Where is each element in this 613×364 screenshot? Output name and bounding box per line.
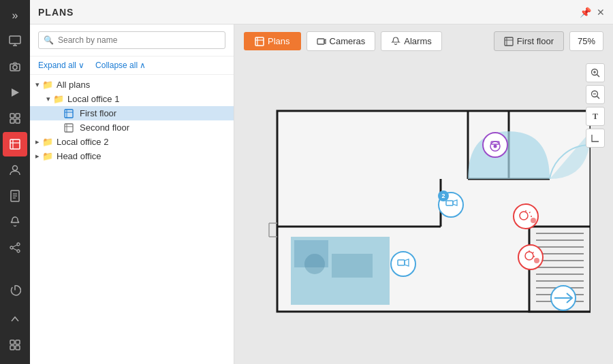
svg-rect-38: [505, 37, 513, 46]
folder-local-office-1-icon: 📁: [53, 94, 64, 104]
sidebar-item-connections[interactable]: [3, 235, 27, 260]
svg-line-42: [597, 75, 600, 78]
svg-point-19: [17, 243, 20, 246]
tree-item-local-office-1[interactable]: ▾ 📁 Local office 1: [30, 92, 234, 106]
svg-point-20: [17, 250, 20, 252]
svg-point-92: [518, 245, 543, 269]
folder-all-plans-icon: 📁: [42, 80, 53, 90]
alarms-btn-icon: [391, 37, 400, 46]
collapse-all-link[interactable]: Collapse all ∧: [95, 61, 146, 70]
search-wrapper: 🔍: [38, 31, 225, 49]
svg-marker-37: [324, 39, 326, 44]
expand-sidebar-icon[interactable]: »: [12, 10, 18, 22]
floor-selector[interactable]: First floor: [494, 31, 564, 51]
connections-icon: [9, 242, 21, 254]
playback-icon: [9, 86, 21, 99]
svg-rect-9: [16, 119, 20, 123]
fit-button[interactable]: T: [586, 107, 605, 126]
svg-rect-23: [10, 340, 14, 344]
svg-point-13: [13, 166, 18, 171]
svg-rect-6: [10, 114, 14, 118]
svg-point-83: [391, 252, 415, 276]
close-icon[interactable]: ✕: [597, 7, 605, 18]
svg-rect-27: [65, 110, 73, 118]
folder-head-office-icon: 📁: [42, 151, 53, 161]
sidebar-item-apps[interactable]: [3, 106, 27, 131]
sidebar-item-plans[interactable]: [3, 132, 27, 156]
users-icon: [9, 164, 21, 176]
power-icon: [9, 284, 21, 297]
svg-rect-33: [255, 37, 264, 46]
sidebar-item-monitor[interactable]: [3, 29, 27, 53]
panel-container: 🔍 Expand all ∨ Collapse all ∧ ▾: [30, 24, 613, 364]
sidebar-nav: »: [0, 0, 30, 364]
cameras-button[interactable]: Cameras: [306, 31, 376, 51]
svg-marker-5: [12, 88, 19, 97]
sidebar-item-users[interactable]: [3, 158, 27, 182]
sidebar-item-alerts[interactable]: [3, 210, 27, 234]
zoom-in-button[interactable]: [586, 63, 605, 82]
svg-rect-7: [16, 114, 20, 118]
measure-button[interactable]: [586, 129, 605, 148]
sidebar-item-camera[interactable]: [3, 54, 27, 79]
sidebar-bottom: [3, 278, 27, 364]
title-actions: 📌 ✕: [580, 7, 605, 18]
sidebar-item-reports[interactable]: [3, 184, 27, 208]
tree-item-all-plans[interactable]: ▾ 📁 All plans: [30, 78, 234, 92]
cameras-btn-icon: [317, 37, 326, 46]
tree-label-first-floor: First floor: [80, 108, 116, 118]
svg-rect-24: [16, 340, 20, 344]
tree-label-local-office-2: Local office 2: [57, 137, 108, 147]
sidebar-item-power[interactable]: [3, 278, 27, 303]
expand-chevron-icon: ∨: [78, 61, 84, 70]
plans-button[interactable]: Plans: [244, 32, 301, 50]
svg-line-22: [13, 248, 17, 250]
fit-icon: T: [593, 112, 598, 122]
plans-icon: [9, 138, 21, 150]
svg-rect-25: [10, 346, 14, 350]
tree-item-second-floor[interactable]: ▸ Second floor: [30, 120, 234, 135]
tree-item-local-office-2[interactable]: ▸ 📁 Local office 2: [30, 135, 234, 149]
svg-line-46: [597, 97, 600, 99]
main-toolbar: Plans Cameras Alarms: [234, 24, 613, 58]
tree-label-second-floor: Second floor: [80, 122, 129, 133]
svg-point-97: [534, 258, 539, 263]
zoom-out-icon: [591, 90, 600, 99]
svg-point-82: [494, 144, 497, 148]
floor-label: First floor: [517, 36, 554, 46]
floor-plan-icon: [504, 37, 514, 46]
svg-rect-36: [317, 39, 324, 44]
collapse-chevron-icon: ∧: [140, 61, 146, 70]
svg-point-91: [531, 218, 536, 223]
reports-icon: [9, 190, 21, 202]
floor-plan-svg: 2: [257, 90, 591, 332]
svg-point-4: [13, 65, 17, 69]
apps-icon: [9, 112, 21, 125]
grid-icon: [9, 339, 21, 351]
tree-item-first-floor[interactable]: ▸ First floor: [30, 106, 234, 120]
zoom-in-icon: [591, 68, 600, 78]
tree-item-head-office[interactable]: ▸ 📁 Head office: [30, 149, 234, 163]
sidebar-item-grid-bottom[interactable]: [3, 333, 27, 357]
tree-label-head-office: Head office: [57, 151, 101, 161]
search-icon: 🔍: [44, 35, 54, 45]
main-content: PLANS 📌 ✕ 🔍 Expand all ∨ Collapse all: [30, 0, 613, 364]
right-content: Plans Cameras Alarms: [234, 24, 613, 364]
chevron-up-icon: [9, 313, 21, 325]
search-input[interactable]: [38, 31, 225, 49]
sidebar-item-playback[interactable]: [3, 80, 27, 105]
search-box: 🔍: [30, 24, 234, 56]
floor-plan-area: T: [234, 58, 613, 364]
expand-all-link[interactable]: Expand all ∨: [38, 61, 84, 70]
alarms-button[interactable]: Alarms: [381, 31, 441, 51]
pin-icon[interactable]: 📌: [580, 7, 591, 18]
zoom-controls: T: [586, 63, 605, 148]
left-panel: 🔍 Expand all ∨ Collapse all ∧ ▾: [30, 24, 234, 364]
sidebar-item-collapse[interactable]: [3, 307, 27, 331]
plans-btn-icon: [255, 37, 264, 46]
sidebar-expand[interactable]: »: [0, 5, 30, 26]
zoom-out-button[interactable]: [586, 85, 605, 104]
svg-point-18: [10, 246, 13, 249]
svg-rect-0: [10, 36, 20, 44]
svg-rect-10: [10, 139, 20, 149]
